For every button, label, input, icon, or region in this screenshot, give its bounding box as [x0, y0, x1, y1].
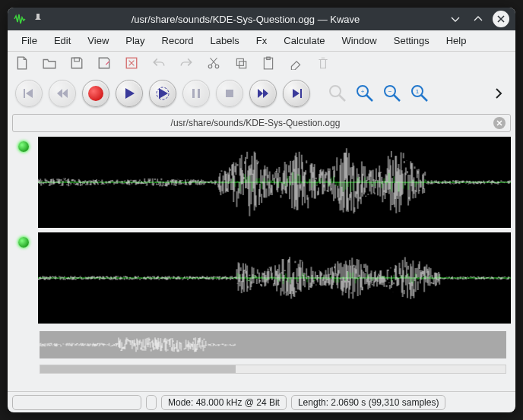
menu-file[interactable]: File	[14, 32, 45, 49]
minimize-button[interactable]	[447, 11, 464, 27]
menu-window[interactable]: Window	[334, 32, 385, 49]
svg-rect-10	[192, 89, 195, 98]
horizontal-scrollbar[interactable]	[40, 365, 506, 374]
stop-button	[216, 80, 243, 107]
svg-text:1: 1	[416, 88, 420, 95]
toolbar-overflow-button[interactable]	[490, 84, 508, 103]
menu-view[interactable]: View	[80, 32, 116, 49]
svg-text:−: −	[388, 88, 392, 95]
erase-icon[interactable]	[289, 56, 303, 70]
zoom-selection-icon	[327, 83, 348, 104]
svg-line-23	[421, 95, 427, 101]
svg-line-15	[339, 95, 345, 101]
new-file-icon[interactable]	[15, 56, 29, 70]
status-selection-box	[12, 395, 141, 410]
copy-icon[interactable]	[234, 56, 248, 70]
menu-play[interactable]: Play	[118, 32, 152, 49]
track-2-waveform[interactable]	[38, 232, 511, 324]
track-1-indicator[interactable]	[12, 137, 35, 228]
play-button[interactable]	[116, 80, 143, 107]
waveform-area	[8, 134, 515, 391]
skip-start-button	[15, 80, 43, 107]
svg-rect-12	[226, 90, 233, 97]
save-icon[interactable]	[70, 56, 84, 70]
rewind-button	[49, 80, 76, 107]
loop-play-button[interactable]	[149, 80, 176, 107]
file-path-label: /usr/share/sounds/KDE-Sys-Question.ogg	[17, 118, 493, 128]
zoom-out-icon[interactable]: −	[382, 83, 403, 104]
skip-end-button[interactable]	[283, 80, 310, 107]
app-window: /usr/share/sounds/KDE-Sys-Question.ogg —…	[8, 8, 515, 412]
svg-rect-11	[198, 89, 200, 98]
menu-settings[interactable]: Settings	[386, 32, 437, 49]
svg-line-17	[366, 95, 372, 101]
menu-calculate[interactable]: Calculate	[276, 32, 332, 49]
status-tiny-indicator	[146, 395, 157, 410]
cut-icon[interactable]	[207, 56, 220, 70]
svg-rect-13	[300, 89, 302, 98]
delete-icon	[316, 56, 330, 70]
maximize-button[interactable]	[470, 11, 487, 27]
file-toolbar	[8, 52, 515, 74]
svg-rect-4	[236, 58, 243, 65]
menu-help[interactable]: Help	[439, 32, 474, 49]
paste-icon[interactable]	[262, 56, 275, 70]
record-button[interactable]	[82, 80, 109, 107]
close-file-tab-button[interactable]	[493, 117, 506, 129]
transport-toolbar: +−1	[8, 74, 515, 112]
svg-rect-0	[74, 58, 80, 62]
undo-icon	[152, 56, 166, 70]
svg-line-20	[394, 95, 400, 101]
status-mode: Mode: 48.000 kHz @ 24 Bit	[161, 395, 287, 410]
menu-labels[interactable]: Labels	[203, 32, 247, 49]
track-1	[12, 137, 511, 228]
overview-strip[interactable]	[40, 331, 506, 358]
statusbar: Mode: 48.000 kHz @ 24 Bit Length: 2.0690…	[8, 391, 515, 412]
close-file-icon[interactable]	[125, 56, 138, 70]
menu-fx[interactable]: Fx	[249, 32, 274, 49]
pause-button	[182, 80, 210, 107]
svg-text:+: +	[361, 88, 365, 95]
svg-point-14	[330, 86, 341, 96]
track-1-waveform[interactable]	[38, 137, 511, 228]
titlebar: /usr/share/sounds/KDE-Sys-Question.ogg —…	[8, 8, 515, 30]
svg-rect-8	[24, 89, 25, 98]
save-as-icon[interactable]	[97, 56, 111, 70]
svg-point-2	[208, 65, 212, 68]
scrollbar-thumb[interactable]	[40, 365, 236, 373]
track-2-indicator[interactable]	[12, 232, 35, 324]
zoom-in-icon[interactable]: +	[354, 83, 376, 104]
forward-button[interactable]	[249, 80, 277, 107]
close-button[interactable]	[493, 11, 509, 27]
pin-icon[interactable]	[32, 13, 44, 25]
svg-rect-5	[239, 62, 246, 68]
track-2	[12, 232, 511, 324]
svg-point-3	[215, 65, 219, 68]
status-length: Length: 2.0690 s (99,310 samples)	[291, 395, 445, 410]
menu-edit[interactable]: Edit	[46, 32, 78, 49]
menubar: FileEditViewPlayRecordLabelsFxCalculateW…	[8, 30, 515, 52]
redo-icon	[179, 56, 193, 70]
app-icon	[14, 13, 26, 25]
window-title: /usr/share/sounds/KDE-Sys-Question.ogg —…	[50, 14, 441, 25]
zoom-one-to-one-icon[interactable]: 1	[409, 83, 430, 104]
menu-record[interactable]: Record	[154, 32, 201, 49]
file-tab: /usr/share/sounds/KDE-Sys-Question.ogg	[12, 114, 511, 132]
open-file-icon[interactable]	[43, 56, 56, 70]
